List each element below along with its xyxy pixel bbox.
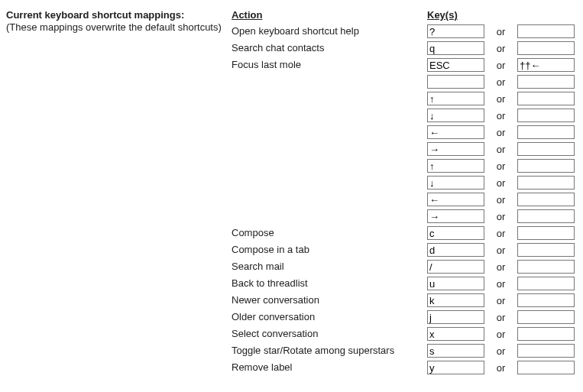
secondary-key-input[interactable] bbox=[517, 176, 575, 190]
action-label: Search mail bbox=[232, 258, 427, 275]
primary-key-input[interactable] bbox=[427, 344, 484, 358]
shortcut-row: or bbox=[232, 157, 577, 174]
shortcut-row: Toggle star/Rotate among superstarsor bbox=[232, 342, 577, 359]
shortcut-row: or bbox=[232, 174, 577, 191]
secondary-key-input[interactable] bbox=[517, 92, 575, 105]
secondary-key-input[interactable] bbox=[517, 193, 575, 206]
primary-key-input[interactable] bbox=[427, 24, 484, 38]
secondary-key-input[interactable] bbox=[517, 58, 575, 72]
column-header-action: Action bbox=[232, 9, 427, 21]
action-label: Search chat contacts bbox=[232, 40, 427, 57]
primary-key-input[interactable] bbox=[427, 327, 484, 341]
or-separator: or bbox=[484, 144, 517, 155]
or-separator: or bbox=[484, 43, 517, 54]
shortcut-row: Remove labelor bbox=[232, 359, 577, 376]
shortcut-row: or bbox=[232, 73, 577, 90]
or-separator: or bbox=[484, 362, 517, 374]
action-label: Toggle star/Rotate among superstars bbox=[232, 342, 427, 359]
action-label: Compose in a tab bbox=[232, 241, 427, 258]
or-separator: or bbox=[484, 228, 517, 239]
shortcut-row: Open keyboard shortcut helpor bbox=[232, 23, 577, 40]
secondary-key-input[interactable] bbox=[517, 344, 575, 358]
primary-key-input[interactable] bbox=[427, 75, 484, 89]
or-separator: or bbox=[484, 194, 517, 206]
shortcut-row: or bbox=[232, 141, 577, 157]
secondary-key-input[interactable] bbox=[517, 209, 575, 223]
secondary-key-input[interactable] bbox=[517, 226, 575, 240]
secondary-key-input[interactable] bbox=[517, 159, 575, 173]
secondary-key-input[interactable] bbox=[517, 260, 575, 274]
shortcut-row: or bbox=[232, 107, 577, 124]
shortcut-row: Search mailor bbox=[232, 258, 577, 275]
secondary-key-input[interactable] bbox=[517, 75, 575, 89]
secondary-key-input[interactable] bbox=[517, 142, 575, 156]
primary-key-input[interactable] bbox=[427, 159, 484, 173]
secondary-key-input[interactable] bbox=[517, 41, 575, 55]
primary-key-input[interactable] bbox=[427, 193, 484, 206]
primary-key-input[interactable] bbox=[427, 226, 484, 240]
secondary-key-input[interactable] bbox=[517, 125, 575, 139]
action-label: Newer conversation bbox=[232, 292, 427, 309]
primary-key-input[interactable] bbox=[427, 41, 484, 55]
secondary-key-input[interactable] bbox=[517, 277, 575, 290]
shortcut-row: or bbox=[232, 208, 577, 225]
or-separator: or bbox=[484, 160, 517, 172]
or-separator: or bbox=[484, 245, 517, 256]
primary-key-input[interactable] bbox=[427, 260, 484, 274]
secondary-key-input[interactable] bbox=[517, 109, 575, 122]
or-separator: or bbox=[484, 93, 517, 105]
shortcut-row: Composeor bbox=[232, 225, 577, 241]
action-label: Select conversation bbox=[232, 326, 427, 342]
shortcut-row: Compose in a tabor bbox=[232, 241, 577, 258]
primary-key-input[interactable] bbox=[427, 277, 484, 290]
or-separator: or bbox=[484, 127, 517, 138]
primary-key-input[interactable] bbox=[427, 92, 484, 105]
or-separator: or bbox=[484, 345, 517, 357]
primary-key-input[interactable] bbox=[427, 176, 484, 190]
shortcut-row: Search chat contactsor bbox=[232, 40, 577, 57]
column-header-keys: Key(s) bbox=[427, 9, 577, 21]
shortcut-row: or bbox=[232, 90, 577, 107]
primary-key-input[interactable] bbox=[427, 109, 484, 122]
action-label: Back to threadlist bbox=[232, 275, 427, 292]
secondary-key-input[interactable] bbox=[517, 24, 575, 38]
primary-key-input[interactable] bbox=[427, 125, 484, 139]
secondary-key-input[interactable] bbox=[517, 361, 575, 374]
primary-key-input[interactable] bbox=[427, 310, 484, 324]
secondary-key-input[interactable] bbox=[517, 310, 575, 324]
secondary-key-input[interactable] bbox=[517, 327, 575, 341]
or-separator: or bbox=[484, 261, 517, 273]
shortcut-row: Older conversationor bbox=[232, 309, 577, 326]
or-separator: or bbox=[484, 329, 517, 340]
primary-key-input[interactable] bbox=[427, 209, 484, 223]
action-label: Older conversation bbox=[232, 309, 427, 326]
or-separator: or bbox=[484, 177, 517, 189]
primary-key-input[interactable] bbox=[427, 361, 484, 374]
or-separator: or bbox=[484, 295, 517, 306]
primary-key-input[interactable] bbox=[427, 293, 484, 307]
or-separator: or bbox=[484, 312, 517, 323]
or-separator: or bbox=[484, 110, 517, 121]
shortcut-row: or bbox=[232, 124, 577, 141]
shortcut-row: Newer conversationor bbox=[232, 292, 577, 309]
primary-key-input[interactable] bbox=[427, 58, 484, 72]
action-label: Remove label bbox=[232, 359, 427, 376]
shortcut-row: Focus last moleor bbox=[232, 57, 577, 73]
or-separator: or bbox=[484, 60, 517, 71]
section-title: Current keyboard shortcut mappings: bbox=[6, 9, 224, 21]
or-separator: or bbox=[484, 211, 517, 222]
or-separator: or bbox=[484, 26, 517, 37]
secondary-key-input[interactable] bbox=[517, 243, 575, 257]
secondary-key-input[interactable] bbox=[517, 293, 575, 307]
shortcut-row: or bbox=[232, 191, 577, 208]
action-label: Compose bbox=[232, 225, 427, 241]
action-label: Focus last mole bbox=[232, 57, 427, 73]
primary-key-input[interactable] bbox=[427, 243, 484, 257]
shortcut-row: Select conversationor bbox=[232, 326, 577, 342]
shortcut-row: Back to threadlistor bbox=[232, 275, 577, 292]
primary-key-input[interactable] bbox=[427, 142, 484, 156]
or-separator: or bbox=[484, 278, 517, 290]
action-label: Open keyboard shortcut help bbox=[232, 23, 427, 40]
or-separator: or bbox=[484, 76, 517, 88]
section-subtitle: (These mappings overwrite the default sh… bbox=[6, 21, 224, 33]
